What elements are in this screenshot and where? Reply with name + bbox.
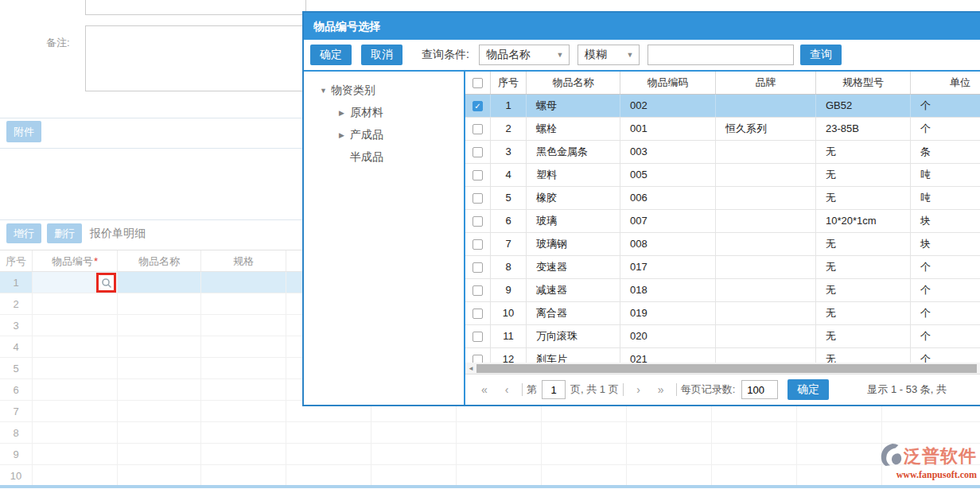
- item-code-input-cell: [33, 465, 118, 486]
- per-page-confirm-button[interactable]: 确定: [788, 379, 829, 400]
- modal-table-body: 1 螺母 002 GB52 个 2 螺栓 001 恒久系列 23-85B 个 3…: [465, 95, 980, 363]
- item-spec-cell: 无: [816, 141, 911, 163]
- item-code-input-cell: [33, 293, 118, 314]
- item-name-cell: 离合器: [527, 302, 620, 324]
- item-code-cell: 007: [620, 210, 716, 232]
- row-checkbox[interactable]: [472, 285, 483, 296]
- horizontal-scrollbar[interactable]: ◄: [465, 363, 980, 375]
- item-spec-cell: 无: [816, 187, 911, 209]
- query-field-select[interactable]: 物品名称 ▼: [479, 45, 570, 65]
- tree-node[interactable]: ▶ 原材料: [304, 102, 464, 124]
- column-header: 物品名称: [527, 72, 620, 94]
- detail-table-row[interactable]: 9: [0, 444, 980, 465]
- item-code-input-cell: [33, 422, 118, 443]
- tree-node-root[interactable]: ▼ 物资类别: [304, 80, 464, 102]
- item-code-input-cell: [33, 401, 118, 421]
- divider: [676, 383, 677, 396]
- row-number-cell: 1: [0, 272, 33, 293]
- item-no-cell: 2: [491, 118, 527, 140]
- delete-row-button[interactable]: 删行: [47, 223, 82, 243]
- item-unit-cell: 吨: [911, 164, 980, 186]
- row-checkbox[interactable]: [472, 124, 483, 134]
- row-checkbox[interactable]: [472, 332, 483, 342]
- tree-node[interactable]: 半成品: [304, 146, 464, 169]
- row-checkbox[interactable]: [472, 355, 483, 363]
- item-no-cell: 1: [491, 95, 527, 117]
- item-code-cell: 021: [620, 348, 716, 363]
- category-tree: ▼ 物资类别 ▶ 原材料 ▶ 产成品 半成品: [304, 72, 465, 405]
- item-table-row[interactable]: 9 减速器 018 无 个: [465, 279, 980, 302]
- select-all-cell: [465, 72, 491, 94]
- query-search-button[interactable]: 查询: [800, 45, 842, 65]
- scroll-left-icon[interactable]: ◄: [465, 365, 476, 372]
- row-checkbox[interactable]: [472, 309, 483, 319]
- item-code-input-cell: [33, 358, 118, 378]
- detail-table-row[interactable]: 8: [0, 422, 980, 444]
- row-checkbox[interactable]: [472, 262, 483, 273]
- item-unit-cell: 吨: [911, 187, 980, 209]
- row-checkbox[interactable]: [472, 170, 483, 180]
- item-table-row[interactable]: 10 离合器 019 无 个: [465, 302, 980, 325]
- item-brand-cell: [716, 233, 816, 255]
- item-brand-cell: [716, 95, 816, 117]
- item-no-cell: 8: [491, 256, 527, 278]
- item-code-cell: 003: [620, 141, 716, 163]
- item-code-input-cell: [33, 272, 118, 293]
- item-brand-cell: [716, 279, 816, 301]
- pagination-bar: « ‹ 第 页, 共 1 页 › » 每页记录数: 确定 显示 1 - 53 条…: [465, 375, 980, 405]
- page-number-input[interactable]: [542, 380, 566, 399]
- detail-table-title: 报价单明细: [90, 227, 146, 241]
- item-spec-cell: 无: [816, 256, 911, 278]
- item-table-row[interactable]: 3 黑色金属条 003 无 条: [465, 141, 980, 164]
- item-table-row[interactable]: 5 橡胶 006 无 吨: [465, 187, 980, 210]
- item-brand-cell: [716, 187, 816, 209]
- item-table-row[interactable]: 1 螺母 002 GB52 个: [465, 95, 980, 118]
- row-number-cell: 3: [0, 315, 33, 336]
- query-keyword-input[interactable]: [648, 45, 794, 65]
- item-lookup-button[interactable]: [96, 273, 116, 293]
- item-table-row[interactable]: 7 玻璃钢 008 无 块: [465, 233, 980, 256]
- add-row-button[interactable]: 增行: [6, 223, 41, 243]
- row-checkbox[interactable]: [472, 101, 483, 111]
- column-header: 规格: [201, 250, 286, 271]
- last-page-icon[interactable]: »: [650, 383, 672, 396]
- row-checkbox[interactable]: [472, 193, 483, 204]
- per-page-input[interactable]: [741, 380, 778, 399]
- attachment-button[interactable]: 附件: [6, 121, 41, 142]
- item-table-row[interactable]: 2 螺栓 001 恒久系列 23-85B 个: [465, 118, 980, 141]
- first-page-icon[interactable]: «: [473, 383, 496, 396]
- top-field-input[interactable]: [85, 0, 306, 15]
- scrollbar-thumb[interactable]: [476, 364, 977, 373]
- dialog-confirm-button[interactable]: 确定: [310, 45, 352, 65]
- item-table-row[interactable]: 8 变速器 017 无 个: [465, 256, 980, 279]
- item-spec-cell: 无: [816, 233, 911, 255]
- item-unit-cell: 块: [911, 233, 980, 255]
- row-number-cell: 8: [0, 422, 33, 443]
- remark-textarea[interactable]: [85, 25, 316, 91]
- per-page-label: 每页记录数:: [681, 382, 736, 397]
- row-checkbox[interactable]: [472, 147, 483, 157]
- query-match-select[interactable]: 模糊 ▼: [578, 45, 640, 65]
- item-brand-cell: [716, 348, 816, 363]
- item-table-row[interactable]: 4 塑料 005 无 吨: [465, 164, 980, 187]
- item-table-row[interactable]: 6 玻璃 007 10*20*1cm 块: [465, 210, 980, 233]
- select-all-checkbox[interactable]: [472, 78, 483, 88]
- dialog-cancel-button[interactable]: 取消: [361, 45, 402, 65]
- item-table-row[interactable]: 12 刹车片 021 无 个: [465, 348, 980, 363]
- item-table-row[interactable]: 11 万向滚珠 020 无 个: [465, 325, 980, 348]
- row-checkbox[interactable]: [472, 239, 483, 250]
- next-page-icon[interactable]: ›: [628, 383, 650, 396]
- item-name-cell: 刹车片: [527, 348, 620, 363]
- row-checkbox[interactable]: [472, 216, 483, 227]
- chevron-down-icon: ▼: [621, 51, 639, 59]
- prev-page-icon[interactable]: ‹: [496, 383, 518, 396]
- item-name-cell: 玻璃钢: [527, 233, 620, 255]
- tree-expanded-icon[interactable]: ▼: [320, 87, 331, 95]
- magnifier-icon: [101, 277, 112, 289]
- tree-node[interactable]: ▶ 产成品: [304, 124, 464, 146]
- item-spec-cell: 无: [816, 348, 911, 363]
- detail-table-row[interactable]: 10: [0, 465, 980, 487]
- item-name-cell: 万向滚珠: [527, 325, 620, 347]
- item-spec-cell: 10*20*1cm: [816, 210, 911, 232]
- row-number-cell: 5: [0, 358, 33, 378]
